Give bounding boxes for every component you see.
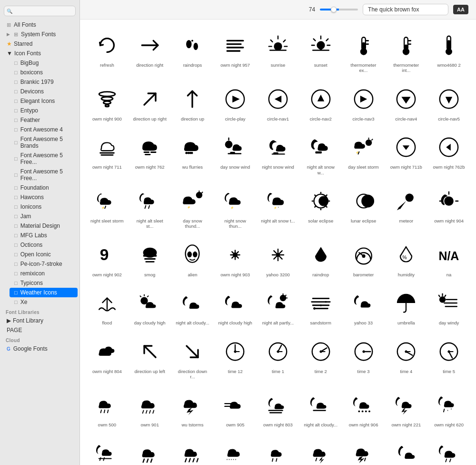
icon-cell[interactable]: owm night 500: [258, 435, 298, 465]
sidebar-item-feather[interactable]: □ Feather: [10, 115, 78, 125]
icon-cell[interactable]: yahoo 3200: [258, 237, 298, 281]
icon-cell[interactable]: owm night 803: [258, 387, 298, 431]
sidebar-item-material[interactable]: □ Material Design: [10, 221, 78, 231]
icon-cell[interactable]: owm night 711b: [387, 129, 426, 179]
icon-cell[interactable]: night cloudy gu...: [429, 435, 468, 465]
icon-cell[interactable]: wmo4680 2: [429, 27, 468, 77]
icon-cell[interactable]: owm 905: [216, 387, 255, 431]
icon-cell[interactable]: * * * *night alt snow w...: [301, 129, 340, 179]
sidebar-item-open-iconic[interactable]: □ Open Iconic: [10, 250, 78, 259]
icon-cell[interactable]: alien: [173, 237, 212, 281]
icon-cell[interactable]: circle-play: [216, 81, 255, 125]
icon-cell[interactable]: day windy: [429, 285, 468, 329]
icon-cell[interactable]: * * * * *owm night 622: [216, 435, 255, 465]
sidebar-item-brankic[interactable]: □ Brankic 1979: [10, 77, 78, 87]
icon-cell[interactable]: owm night 800: [387, 435, 426, 465]
sidebar-item-weather-icons[interactable]: □ Weather Icons: [10, 288, 78, 297]
icon-cell[interactable]: * * *day snow wind: [216, 129, 255, 179]
icon-cell[interactable]: refresh: [88, 27, 127, 77]
icon-cell[interactable]: ⚡ *night alt snow t...: [258, 183, 298, 233]
icon-cell[interactable]: thermometer ex...: [344, 27, 383, 77]
sidebar-item-devicons[interactable]: □ Devicons: [10, 87, 78, 96]
icon-cell[interactable]: circle-nav2: [301, 81, 340, 125]
icon-cell[interactable]: * * * *wu flurries: [173, 129, 212, 179]
icon-cell[interactable]: * * *night snow wind: [258, 129, 298, 179]
sidebar-item-mfglabs[interactable]: □ MFG Labs: [10, 231, 78, 240]
sidebar-item-fa5free2[interactable]: □ Font Awesome 5 Free...: [10, 167, 78, 183]
sidebar-item-remixicon[interactable]: □ remixicon: [10, 269, 78, 278]
icon-cell[interactable]: time 3: [344, 334, 383, 384]
search-box[interactable]: 🔍: [4, 6, 76, 16]
sidebar-item-font-library[interactable]: ▶ Font Library: [2, 316, 78, 325]
icon-cell[interactable]: owm night 804: [88, 334, 127, 384]
icon-cell[interactable]: owm night 221: [387, 387, 426, 431]
icon-cell[interactable]: thermometer int...: [387, 27, 426, 77]
icon-cell[interactable]: sunrise: [258, 27, 298, 77]
sidebar-item-system-fonts[interactable]: ▶ ⊞ System Fonts: [2, 30, 78, 39]
sidebar-item-starred[interactable]: ★ Starred: [2, 39, 78, 49]
font-size-slider[interactable]: [320, 9, 358, 10]
icon-cell[interactable]: sandstorm: [301, 285, 340, 329]
sidebar-item-fa5free1[interactable]: □ Font Awesome 5 Free...: [10, 151, 78, 167]
sidebar-item-fa5brands[interactable]: □ Font Awesome 5 Brands: [10, 134, 78, 151]
sidebar-item-hawcons[interactable]: □ Hawcons: [10, 192, 78, 202]
sidebar-item-jam[interactable]: □ Jam: [10, 212, 78, 221]
icon-cell[interactable]: owm night 531: [301, 435, 340, 465]
sidebar-item-google-fonts[interactable]: G Google Fonts: [2, 344, 78, 354]
sidebar-item-ionicons[interactable]: □ Ionicons: [10, 202, 78, 212]
icon-cell[interactable]: circle-nav3: [344, 81, 383, 125]
icon-cell[interactable]: barometer: [344, 237, 383, 281]
sidebar-item-all-fonts[interactable]: ⊞ All Fonts: [2, 20, 78, 30]
icon-cell[interactable]: owm night 906: [344, 387, 383, 431]
icon-cell[interactable]: circle-nav4: [387, 81, 426, 125]
icon-cell[interactable]: time 2: [301, 334, 340, 384]
sidebar-item-octicons[interactable]: □ Octicons: [10, 240, 78, 250]
icon-cell[interactable]: ⚡day snow thund...: [173, 183, 212, 233]
icon-cell[interactable]: time 5: [429, 334, 468, 384]
sidebar-item-entypo[interactable]: □ Entypo: [10, 106, 78, 115]
icon-cell[interactable]: night alt partly...: [258, 285, 298, 329]
icon-cell[interactable]: direction right: [130, 27, 169, 77]
icon-cell[interactable]: ⚡night sleet storm: [88, 183, 127, 233]
search-input[interactable]: [4, 6, 76, 16]
icon-cell[interactable]: **owm night 620: [429, 387, 468, 431]
icon-cell[interactable]: owm night 904: [429, 183, 468, 233]
icon-cell[interactable]: direction down r...: [173, 334, 212, 384]
icon-cell[interactable]: smog: [130, 237, 169, 281]
icon-cell[interactable]: owm night 711: [88, 129, 127, 179]
sidebar-group-icon-fonts[interactable]: ▼ Icon Fonts: [2, 49, 78, 58]
sidebar-item-bigbug[interactable]: □ BigBug: [10, 58, 78, 68]
icon-cell[interactable]: night alt rain wind: [88, 435, 127, 465]
icon-cell[interactable]: raindrop: [301, 237, 340, 281]
icon-cell[interactable]: time 1: [258, 334, 298, 384]
icon-cell[interactable]: day cloudy high: [130, 285, 169, 329]
icon-cell[interactable]: ⚡night snow thun...: [216, 183, 255, 233]
sidebar-item-pe-icon[interactable]: □ Pe-icon-7-stroke: [10, 259, 78, 269]
sidebar-item-elegant[interactable]: □ Elegant Icons: [10, 96, 78, 106]
icon-cell[interactable]: ⚡day sleet storm: [344, 129, 383, 179]
icon-cell[interactable]: owm night 504: [130, 435, 169, 465]
icon-cell[interactable]: owm night 762b: [429, 129, 468, 179]
icon-cell[interactable]: direction up: [173, 81, 212, 125]
icon-cell[interactable]: lunar eclipse: [344, 183, 383, 233]
sidebar-item-foundation[interactable]: □ Foundation: [10, 183, 78, 192]
sidebar-item-page[interactable]: PAGE: [2, 325, 78, 335]
icon-cell[interactable]: direction up right: [130, 81, 169, 125]
icon-cell[interactable]: circle-nav5: [429, 81, 468, 125]
icon-cell[interactable]: night alt cloudy...: [173, 285, 212, 329]
icon-cell[interactable]: direction up left: [130, 334, 169, 384]
icon-cell[interactable]: time 12: [216, 334, 255, 384]
icon-cell[interactable]: owm night 957: [216, 27, 255, 77]
icon-cell[interactable]: 9owm night 902: [88, 237, 127, 281]
icon-cell[interactable]: circle-nav1: [258, 81, 298, 125]
icon-cell[interactable]: meteor: [387, 183, 426, 233]
sidebar-item-typicons[interactable]: □ Typicons: [10, 278, 78, 288]
icon-cell[interactable]: owm 901: [130, 387, 169, 431]
sidebar-item-xe[interactable]: □ Xe: [10, 297, 78, 307]
preview-text-input[interactable]: [363, 4, 448, 15]
icon-cell[interactable]: owm night 232: [344, 435, 383, 465]
icon-cell[interactable]: night alt sleet st...: [130, 183, 169, 233]
icon-cell[interactable]: wu tstorms: [173, 387, 212, 431]
icon-cell[interactable]: night alt cloudy...: [301, 387, 340, 431]
icon-cell[interactable]: %humidity: [387, 237, 426, 281]
